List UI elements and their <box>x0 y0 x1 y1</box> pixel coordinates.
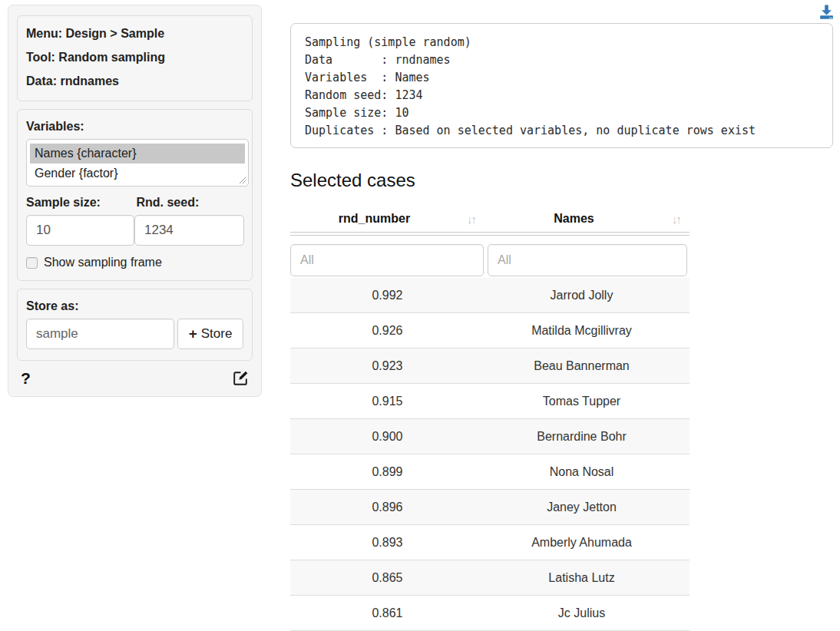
table-header-row: rnd_number↓↑Names↓↑ <box>290 206 690 232</box>
cell-name: Amberly Ahumada <box>484 536 679 550</box>
cell-rnd-number: 0.893 <box>290 536 484 550</box>
filter-input-rnd_number[interactable] <box>290 244 484 276</box>
table-row: 0.893Amberly Ahumada <box>290 525 690 560</box>
table-row: 0.865Latisha Lutz <box>290 560 690 596</box>
sort-icon[interactable]: ↓↑ <box>467 213 475 226</box>
page: Menu: Design > Sample Tool: Random sampl… <box>0 0 840 631</box>
sidebar-footer: ? <box>13 368 256 388</box>
cell-name: Beau Bannerman <box>484 359 679 373</box>
cell-name: Nona Nosal <box>484 465 679 479</box>
rnd-seed-label: Rnd. seed: <box>136 196 243 210</box>
variables-listbox[interactable]: Names {character}Gender {factor} <box>26 139 249 187</box>
cell-name: Bernardine Bohr <box>484 430 679 444</box>
table-row: 0.861Jc Julius <box>290 596 690 631</box>
table-row: 0.900Bernardine Bohr <box>290 419 690 454</box>
cell-name: Latisha Lutz <box>484 571 679 585</box>
cell-name: Jc Julius <box>484 606 679 620</box>
table-title: Selected cases <box>290 170 415 191</box>
table-row: 0.896Janey Jetton <box>290 490 690 525</box>
sampling-controls-panel: Variables: Names {character}Gender {fact… <box>17 109 253 281</box>
help-icon[interactable]: ? <box>21 369 31 388</box>
dataset-name: Data: rndnames <box>26 74 243 88</box>
store-button-label: Store <box>201 326 233 342</box>
cell-rnd-number: 0.915 <box>290 395 484 408</box>
cell-rnd-number: 0.900 <box>290 430 484 444</box>
download-icon[interactable] <box>819 4 835 20</box>
cell-rnd-number: 0.865 <box>290 571 484 585</box>
cell-rnd-number: 0.861 <box>290 606 484 620</box>
column-header-rnd_number[interactable]: rnd_number↓↑ <box>290 212 484 226</box>
plus-icon: + <box>189 325 197 342</box>
context-info-panel: Menu: Design > Sample Tool: Random sampl… <box>17 15 253 101</box>
column-header-Names[interactable]: Names↓↑ <box>484 212 690 226</box>
cell-rnd-number: 0.899 <box>290 465 484 479</box>
store-name-input[interactable] <box>26 319 174 349</box>
rnd-seed-input[interactable] <box>134 215 244 246</box>
cell-name: Tomas Tupper <box>484 395 679 408</box>
tool-name: Tool: Random sampling <box>26 50 243 64</box>
sidebar: Menu: Design > Sample Tool: Random sampl… <box>8 5 262 397</box>
filter-input-Names[interactable] <box>488 244 687 276</box>
table-filter-row <box>290 236 690 278</box>
table-body: 0.992Jarrod Jolly0.926Matilda Mcgillivra… <box>290 278 690 631</box>
summary-output-panel: Sampling (simple random) Data : rndnames… <box>290 23 833 148</box>
cell-rnd-number: 0.992 <box>290 289 484 302</box>
resize-handle-icon[interactable] <box>239 177 246 184</box>
table-row: 0.923Beau Bannerman <box>290 349 690 384</box>
sample-size-input[interactable] <box>26 215 134 246</box>
cell-rnd-number: 0.896 <box>290 501 484 514</box>
edit-icon[interactable] <box>232 370 249 387</box>
cell-rnd-number: 0.923 <box>290 359 484 373</box>
show-sampling-frame-label: Show sampling frame <box>44 256 162 269</box>
variables-label: Variables: <box>26 120 243 134</box>
store-as-label: Store as: <box>26 299 243 313</box>
cell-name: Janey Jetton <box>484 501 679 514</box>
table-row: 0.899Nona Nosal <box>290 454 690 490</box>
cell-name: Jarrod Jolly <box>484 289 679 302</box>
table-row: 0.926Matilda Mcgillivray <box>290 313 690 349</box>
variable-option[interactable]: Gender {factor} <box>30 164 245 183</box>
table-row: 0.915Tomas Tupper <box>290 384 690 419</box>
variable-option[interactable]: Names {character} <box>30 144 245 164</box>
menu-breadcrumb: Menu: Design > Sample <box>26 26 243 41</box>
cell-name: Matilda Mcgillivray <box>484 324 679 338</box>
store-panel: Store as: + Store <box>17 289 253 361</box>
store-button[interactable]: + Store <box>177 319 243 349</box>
selected-cases-table: rnd_number↓↑Names↓↑ 0.992Jarrod Jolly0.9… <box>290 206 690 631</box>
table-row: 0.992Jarrod Jolly <box>290 278 690 313</box>
sort-icon[interactable]: ↓↑ <box>672 213 680 226</box>
sample-size-label: Sample size: <box>26 196 136 210</box>
show-sampling-frame-checkbox[interactable] <box>26 257 38 269</box>
cell-rnd-number: 0.926 <box>290 324 484 338</box>
summary-text: Sampling (simple random) Data : rndnames… <box>305 34 819 140</box>
